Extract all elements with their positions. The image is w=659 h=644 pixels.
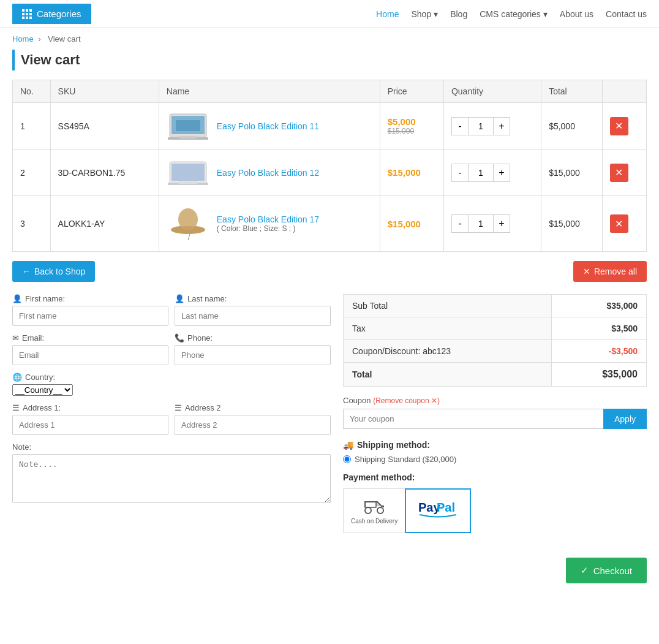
svg-text:Pal: Pal (437, 501, 455, 514)
table-row: 1 SS495A Easy Polo Black Edition 11 (13, 103, 647, 150)
nav-home[interactable]: Home (376, 9, 399, 19)
nav-blog[interactable]: Blog (450, 9, 467, 19)
coupon-section: Coupon (Remove coupon ✕) Apply (343, 396, 647, 429)
col-quantity: Quantity (443, 80, 541, 103)
cart-actions: ← Back to Shop ✕ Remove all (12, 261, 647, 282)
row3-product-name[interactable]: Easy Polo Black Edition 17 (217, 214, 319, 224)
coupon-title: Coupon (343, 396, 371, 405)
email-label: ✉ Email: (12, 333, 168, 343)
svg-point-11 (171, 226, 205, 233)
nav-contact[interactable]: Contact us (606, 9, 647, 19)
breadcrumb-current: View cart (48, 34, 80, 44)
categories-button[interactable]: Categories (12, 4, 91, 24)
main-nav: Home Shop ▾ Blog CMS categories ▾ About … (376, 9, 647, 19)
arrow-left-icon: ← (22, 267, 31, 276)
row2-delete: ✕ (602, 150, 646, 196)
email-input[interactable] (12, 345, 168, 365)
address1-input[interactable] (12, 415, 168, 435)
grid-icon (22, 9, 32, 19)
tax-label: Tax (344, 317, 552, 340)
breadcrumb-home[interactable]: Home (12, 34, 34, 44)
shipping-radio[interactable] (343, 455, 351, 463)
payment-options: Cash on Delivery Pay Pal (343, 488, 647, 533)
country-select[interactable]: __Country__ (12, 384, 73, 396)
checkout-label: Checkout (593, 566, 632, 576)
col-total: Total (541, 80, 602, 103)
nav-shop[interactable]: Shop ▾ (411, 9, 438, 19)
globe-icon: 🌐 (12, 373, 22, 382)
qty-input-3[interactable] (469, 214, 493, 233)
paypal-option[interactable]: Pay Pal (405, 488, 471, 533)
row1-total: $5,000 (541, 103, 602, 150)
person-icon: 👤 (12, 294, 22, 303)
shipping-title-text: Shipping method: (357, 440, 430, 450)
svg-rect-15 (365, 502, 376, 507)
country-label: 🌐 Country: (12, 373, 331, 382)
col-action (602, 80, 646, 103)
qty-increase-2[interactable]: + (493, 164, 510, 182)
col-name: Name (159, 80, 380, 103)
qty-input-2[interactable] (469, 164, 493, 182)
product-image-2 (167, 156, 209, 189)
note-label: Note: (12, 442, 331, 452)
remove-all-button[interactable]: ✕ Remove all (573, 261, 647, 282)
back-to-shop-button[interactable]: ← Back to Shop (12, 261, 95, 282)
shipping-option[interactable]: Shipping Standard ($20,000) (343, 455, 647, 464)
address2-input[interactable] (175, 415, 331, 435)
checkout-form: 👤 First name: 👤 Last name: ✉ (12, 294, 331, 545)
list-icon: ☰ (175, 403, 182, 412)
last-name-label: 👤 Last name: (175, 294, 331, 303)
nav-about[interactable]: About us (560, 9, 593, 19)
nav-cms[interactable]: CMS categories ▾ (480, 9, 548, 19)
qty-input-1[interactable] (469, 117, 493, 135)
summary-table: Sub Total $35,000 Tax $3,500 Coupon/Disc… (343, 294, 647, 387)
back-to-shop-label: Back to Shop (34, 267, 85, 276)
main-content: No. SKU Name Price Quantity Total 1 SS49… (0, 80, 659, 545)
checkout-row: ✓ Checkout (0, 558, 659, 596)
svg-line-12 (188, 234, 190, 240)
first-name-input[interactable] (12, 306, 168, 326)
qty-increase-1[interactable]: + (493, 117, 510, 135)
row2-product-name[interactable]: Easy Polo Black Edition 12 (217, 168, 319, 178)
row1-sku: SS495A (50, 103, 159, 150)
cod-label: Cash on Delivery (351, 518, 397, 525)
row2-sku: 3D-CARBON1.75 (50, 150, 159, 196)
row1-price: $5,000 $15,000 (380, 103, 443, 150)
coupon-input[interactable] (343, 409, 603, 429)
phone-label: 📞 Phone: (175, 333, 331, 343)
col-price: Price (380, 80, 443, 103)
cod-icon: Cash on Delivery (351, 497, 397, 525)
shipping-option-label: Shipping Standard ($20,000) (355, 455, 456, 464)
chevron-down-icon: ▾ (434, 9, 438, 19)
delete-row1-button[interactable]: ✕ (610, 117, 628, 135)
payment-section: Payment method: Cash on Delivery (343, 472, 647, 533)
cart-table: No. SKU Name Price Quantity Total 1 SS49… (12, 80, 647, 252)
row2-qty: - + (443, 150, 541, 196)
row3-total: $15,000 (541, 196, 602, 252)
breadcrumb: Home › View cart (0, 28, 659, 50)
delete-row3-button[interactable]: ✕ (610, 214, 628, 233)
coupon-label: Coupon/Discount: abc123 (344, 340, 552, 363)
qty-increase-3[interactable]: + (493, 214, 510, 233)
cash-on-delivery-option[interactable]: Cash on Delivery (343, 488, 405, 533)
remove-coupon-link[interactable]: (Remove coupon ✕) (373, 396, 440, 405)
delete-row2-button[interactable]: ✕ (610, 164, 628, 182)
paypal-logo: Pay Pal (413, 494, 462, 527)
checkout-button[interactable]: ✓ Checkout (566, 558, 647, 583)
row3-name: Easy Polo Black Edition 17 ( Color: Blue… (159, 196, 380, 252)
last-name-input[interactable] (175, 306, 331, 326)
phone-input[interactable] (175, 345, 331, 365)
col-sku: SKU (50, 80, 159, 103)
checkmark-icon: ✓ (581, 565, 589, 576)
apply-coupon-button[interactable]: Apply (603, 409, 647, 429)
qty-decrease-1[interactable]: - (451, 117, 469, 135)
phone-icon: 📞 (175, 333, 184, 343)
row1-name: Easy Polo Black Edition 11 (159, 103, 380, 150)
product-image-1 (167, 109, 209, 143)
qty-decrease-2[interactable]: - (451, 164, 469, 182)
qty-decrease-3[interactable]: - (451, 214, 469, 233)
categories-label: Categories (37, 9, 81, 19)
row1-product-name[interactable]: Easy Polo Black Edition 11 (217, 121, 319, 131)
note-textarea[interactable] (12, 454, 331, 503)
email-icon: ✉ (12, 333, 19, 343)
